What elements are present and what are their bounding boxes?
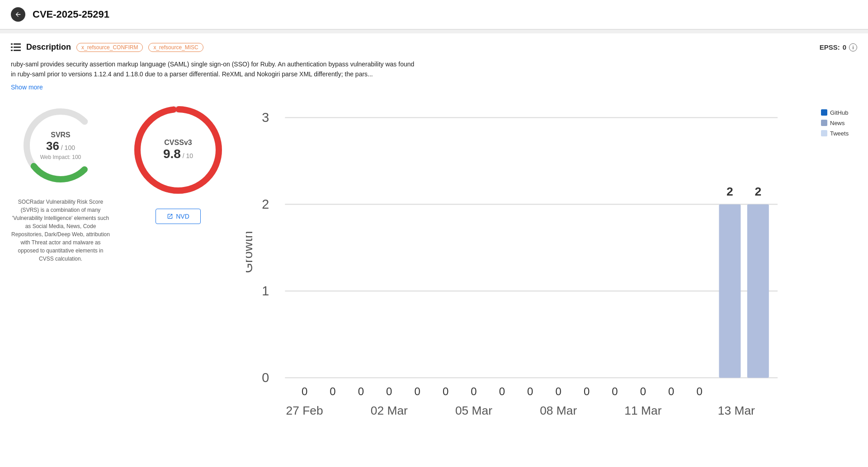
legend-github: GitHub [821, 109, 857, 116]
svg-text:1: 1 [262, 284, 269, 298]
svg-text:0: 0 [499, 385, 505, 397]
svg-text:08 Mar: 08 Mar [540, 404, 577, 417]
cvss-center: CVSSv3 9.8 / 10 [163, 139, 193, 161]
svg-text:0: 0 [386, 385, 392, 397]
back-button[interactable] [11, 7, 25, 22]
chart-container: 3 2 1 0 Growth [246, 100, 857, 467]
list-icon [11, 43, 21, 51]
tag-confirm[interactable]: x_refsource_CONFIRM [76, 43, 143, 52]
svrs-gauge: SVRS 36 / 100 Web Impact: 100 [15, 100, 106, 191]
metrics-section: SVRS 36 / 100 Web Impact: 100 SOCRadar V… [11, 100, 857, 467]
svg-rect-1 [14, 43, 21, 45]
svg-rect-4 [11, 50, 13, 51]
svg-text:Growth: Growth [246, 231, 255, 273]
svg-text:2: 2 [262, 197, 269, 211]
svg-rect-2 [11, 47, 13, 48]
chart-inner: 3 2 1 0 Growth [246, 100, 810, 467]
svrs-center: SVRS 36 / 100 Web Impact: 100 [40, 131, 81, 160]
legend-github-label: GitHub [830, 109, 848, 116]
svg-text:02 Mar: 02 Mar [371, 404, 408, 417]
cvss-gauge: CVSSv3 9.8 / 10 [128, 100, 228, 200]
svg-text:13 Mar: 13 Mar [718, 404, 755, 417]
svg-rect-0 [11, 43, 13, 45]
svrs-description: SOCRadar Vulnerability Risk Score (SVRS)… [11, 198, 110, 263]
header-separator [0, 30, 868, 33]
external-link-icon [167, 213, 173, 219]
legend-news-dot [821, 120, 827, 126]
legend-tweets: Tweets [821, 130, 857, 137]
show-more-link[interactable]: Show more [11, 84, 43, 91]
svrs-max: 100 [65, 144, 75, 151]
svg-text:0: 0 [262, 370, 269, 385]
description-left: Description x_refsource_CONFIRM x_refsou… [11, 42, 203, 52]
svrs-value: 36 [46, 139, 59, 152]
svg-text:27 Feb: 27 Feb [286, 404, 323, 417]
main-content: Description x_refsource_CONFIRM x_refsou… [0, 33, 868, 467]
svg-text:05 Mar: 05 Mar [455, 404, 492, 417]
svg-text:0: 0 [697, 385, 703, 397]
cvss-label: CVSSv3 [163, 139, 193, 147]
svg-text:2: 2 [755, 185, 761, 198]
svg-text:0: 0 [640, 385, 646, 397]
svg-rect-3 [14, 47, 21, 48]
svg-text:0: 0 [415, 385, 420, 397]
svg-text:0: 0 [302, 385, 307, 397]
page-header: CVE-2025-25291 [0, 0, 868, 30]
svrs-label: SVRS [40, 131, 81, 139]
cvss-value: 9.8 [163, 147, 181, 161]
description-text: ruby-saml provides security assertion ma… [11, 59, 418, 79]
epss-label: EPSS: [820, 43, 840, 51]
svg-text:0: 0 [527, 385, 533, 397]
legend-tweets-label: Tweets [830, 130, 849, 137]
svg-text:0: 0 [443, 385, 448, 397]
svg-rect-5 [14, 50, 21, 51]
legend-tweets-dot [821, 130, 827, 136]
epss-score: EPSS: 0 i [820, 43, 857, 51]
chart-area: 3 2 1 0 Growth [246, 100, 857, 467]
svg-text:0: 0 [471, 385, 476, 397]
cvss-container: CVSSv3 9.8 / 10 NVD [128, 100, 228, 224]
tag-misc[interactable]: x_refsource_MISC [148, 43, 203, 52]
legend-news: News [821, 120, 857, 126]
cvss-max: 10 [186, 152, 193, 159]
nvd-button[interactable]: NVD [156, 209, 201, 224]
svg-text:0: 0 [584, 385, 590, 397]
svg-text:11 Mar: 11 Mar [624, 404, 661, 417]
legend-github-dot [821, 109, 827, 116]
arrow-left-icon [14, 11, 22, 18]
bar-chart-svg: 3 2 1 0 Growth [246, 100, 810, 467]
description-title: Description [26, 42, 71, 52]
description-header: Description x_refsource_CONFIRM x_refsou… [11, 42, 857, 52]
svrs-web-impact: Web Impact: 100 [40, 154, 81, 160]
svg-text:3: 3 [262, 110, 269, 125]
svg-rect-34 [719, 204, 741, 378]
chart-legend: GitHub News Tweets [821, 100, 857, 137]
svrs-container: SVRS 36 / 100 Web Impact: 100 SOCRadar V… [11, 100, 110, 263]
svg-text:0: 0 [330, 385, 335, 397]
epss-info-icon[interactable]: i [849, 43, 857, 51]
svg-rect-36 [747, 204, 769, 378]
svg-text:0: 0 [612, 385, 618, 397]
page-title: CVE-2025-25291 [33, 9, 109, 20]
svg-text:0: 0 [668, 385, 674, 397]
nvd-label: NVD [176, 213, 189, 220]
svg-text:0: 0 [358, 385, 364, 397]
svg-text:0: 0 [556, 385, 561, 397]
legend-news-label: News [830, 120, 845, 126]
epss-value: 0 [843, 43, 846, 51]
svg-text:2: 2 [726, 185, 733, 198]
